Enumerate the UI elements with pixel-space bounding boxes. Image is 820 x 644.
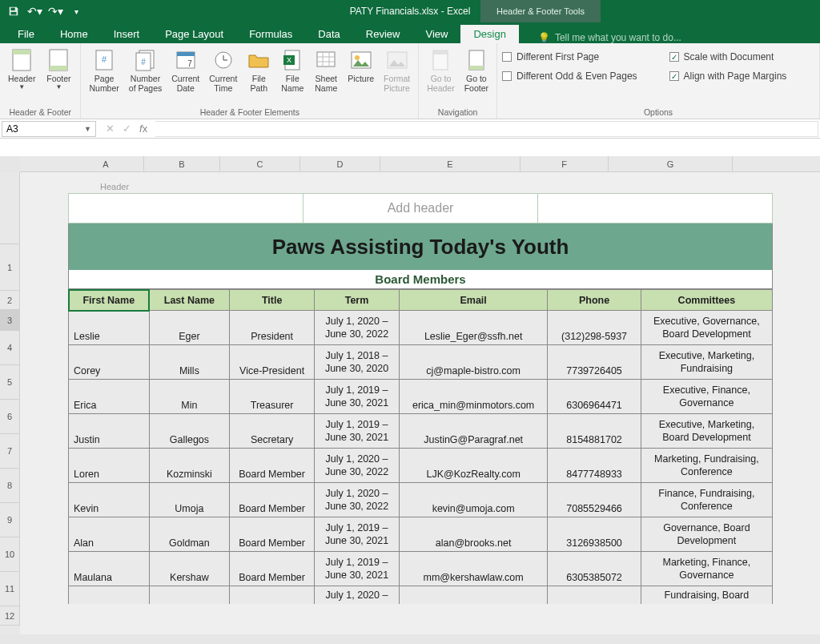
number-of-pages-button[interactable]: #Number of Pages	[126, 46, 165, 95]
chk-align-page-margins[interactable]: ✓Align with Page Margins	[669, 70, 787, 82]
table-cell[interactable]: Vice-President	[230, 345, 315, 380]
table-cell[interactable]: July 1, 2020 –	[315, 586, 400, 605]
row-10[interactable]: 10	[0, 537, 20, 572]
table-cell[interactable]: Eger	[149, 311, 230, 345]
table-cell[interactable]: Executive, Marketing, Fundraising	[641, 345, 772, 380]
table-cell[interactable]: July 1, 2020 – June 30, 2022	[315, 449, 400, 483]
table-cell[interactable]: Board Member	[230, 449, 315, 483]
header-center[interactable]: Add header	[303, 194, 538, 223]
row-3[interactable]: 3	[0, 310, 20, 331]
table-cell[interactable]: 8154881702	[548, 414, 641, 449]
sheet-canvas[interactable]: Header Add header Paws Assisting Today's…	[20, 172, 820, 634]
current-time-button[interactable]: Current Time	[206, 46, 240, 95]
th-last-name[interactable]: Last Name	[149, 290, 230, 311]
header-edit-boxes[interactable]: Add header	[68, 193, 773, 223]
th-committees[interactable]: Committees	[641, 290, 772, 311]
table-cell[interactable]	[230, 586, 315, 605]
table-cell[interactable]: Min	[149, 380, 230, 414]
th-first-name[interactable]: First Name	[69, 290, 150, 311]
tab-home[interactable]: Home	[47, 25, 101, 43]
col-D[interactable]: D	[300, 156, 380, 171]
table-cell[interactable]: JustinG@Paragraf.net	[399, 414, 547, 449]
title-banner[interactable]: Paws Assisting Today's Youth	[68, 223, 773, 270]
current-date-button[interactable]: 7Current Date	[168, 46, 203, 95]
picture-button[interactable]: Picture	[344, 46, 377, 95]
table-cell[interactable]: Corey	[69, 345, 150, 380]
col-E[interactable]: E	[380, 156, 521, 171]
col-A[interactable]: A	[68, 156, 144, 171]
file-path-button[interactable]: File Path	[243, 46, 274, 95]
table-cell[interactable]: Finance, Fundraising, Conference	[641, 483, 772, 517]
table-cell[interactable]: Marketing, Finance, Governance	[641, 552, 772, 586]
col-G[interactable]: G	[609, 156, 733, 171]
table-cell[interactable]: erica_min@minmotors.com	[399, 380, 547, 414]
tab-review[interactable]: Review	[353, 25, 413, 43]
chk-scale-with-document[interactable]: ✓Scale with Document	[669, 51, 787, 62]
table-cell[interactable]: Kevin	[69, 483, 150, 517]
tab-design[interactable]: Design	[460, 25, 518, 43]
table-cell[interactable]: 6306964471	[548, 380, 641, 414]
table-cell[interactable]: Umoja	[149, 483, 230, 517]
table-cell[interactable]: Board Member	[230, 517, 315, 552]
table-cell[interactable]: Governance, Board Development	[641, 517, 772, 552]
tab-data[interactable]: Data	[305, 25, 352, 43]
redo-icon[interactable]: ↷▾	[46, 2, 64, 20]
chk-different-odd-even[interactable]: Different Odd & Even Pages	[502, 70, 637, 82]
table-cell[interactable]: Fundraising, Board	[641, 586, 772, 605]
table-cell[interactable]: Mills	[149, 345, 230, 380]
row-9[interactable]: 9	[0, 503, 20, 537]
table-cell[interactable]: July 1, 2018 – June 30, 2020	[315, 345, 400, 380]
table-cell[interactable]: July 1, 2019 – June 30, 2021	[315, 552, 400, 586]
goto-header-button[interactable]: Go to Header	[424, 46, 457, 95]
col-C[interactable]: C	[220, 156, 300, 171]
tab-formulas[interactable]: Formulas	[236, 25, 305, 43]
table-cell[interactable]	[69, 586, 150, 605]
cancel-icon[interactable]: ✕	[106, 123, 115, 135]
page-number-button[interactable]: #Page Number	[86, 46, 122, 95]
table-cell[interactable]: 3126938500	[548, 517, 641, 552]
table-cell[interactable]: Leslie_Eger@ssfh.net	[399, 311, 547, 345]
row-5[interactable]: 5	[0, 365, 20, 400]
table-cell[interactable]: Board Member	[230, 483, 315, 517]
table-cell[interactable]: 7739726405	[548, 345, 641, 380]
table-cell[interactable]: Gallegos	[149, 414, 230, 449]
table-cell[interactable]: kevin@umoja.com	[399, 483, 547, 517]
table-cell[interactable]: July 1, 2019 – June 30, 2021	[315, 380, 400, 414]
table-cell[interactable]: Justin	[69, 414, 150, 449]
table-cell[interactable]: President	[230, 311, 315, 345]
tab-insert[interactable]: Insert	[101, 25, 153, 43]
table-cell[interactable]: Maulana	[69, 552, 150, 586]
subtitle-row[interactable]: Board Members	[68, 270, 773, 289]
table-cell[interactable]: cj@maple-bistro.com	[399, 345, 547, 380]
row-11[interactable]: 11	[0, 572, 20, 606]
tell-me-search[interactable]: 💡Tell me what you want to do...	[538, 32, 681, 43]
table-cell[interactable]: Kozminski	[149, 449, 230, 483]
row-6[interactable]: 6	[0, 400, 20, 434]
table-cell[interactable]	[399, 586, 547, 605]
row-8[interactable]: 8	[0, 469, 20, 503]
name-box[interactable]: A3▼	[2, 121, 96, 137]
tab-page-layout[interactable]: Page Layout	[152, 25, 236, 43]
table-cell[interactable]: 7085529466	[548, 483, 641, 517]
row-1[interactable]: 1	[0, 244, 20, 291]
table-cell[interactable]: Executive, Marketing, Board Development	[641, 414, 772, 449]
th-term[interactable]: Term	[315, 290, 400, 311]
row-7[interactable]: 7	[0, 434, 20, 469]
table-cell[interactable]: 8477748933	[548, 449, 641, 483]
table-cell[interactable]: Leslie	[69, 311, 150, 345]
row-2[interactable]: 2	[0, 291, 20, 310]
header-left[interactable]	[69, 194, 303, 223]
chk-different-first[interactable]: Different First Page	[502, 51, 637, 62]
th-phone[interactable]: Phone	[548, 290, 641, 311]
header-button[interactable]: Header▼	[5, 46, 38, 92]
footer-button[interactable]: Footer▼	[42, 46, 75, 92]
undo-icon[interactable]: ↶▾	[26, 2, 43, 20]
table-cell[interactable]: July 1, 2019 – June 30, 2021	[315, 517, 400, 552]
col-B[interactable]: B	[144, 156, 220, 171]
format-picture-button[interactable]: Format Picture	[380, 46, 413, 95]
table-cell[interactable]: Executive, Finance, Governance	[641, 380, 772, 414]
row-4[interactable]: 4	[0, 331, 20, 365]
formula-input[interactable]	[155, 121, 818, 137]
table-cell[interactable]	[149, 586, 230, 605]
table-cell[interactable]: Loren	[69, 449, 150, 483]
